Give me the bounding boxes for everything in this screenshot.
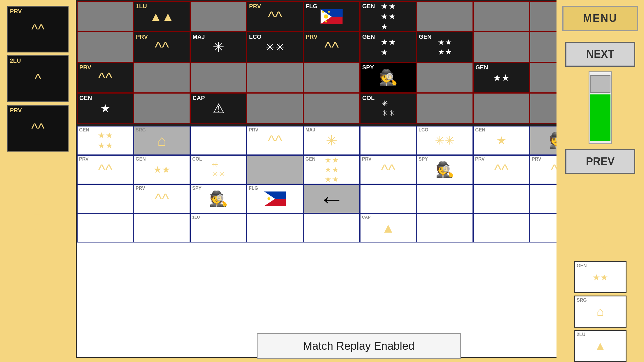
bcell-r4c4[interactable] bbox=[247, 213, 303, 242]
bcell-r3c6[interactable] bbox=[360, 184, 416, 213]
bcell-r1c1[interactable]: GEN ★★ ★★ bbox=[77, 126, 134, 155]
slider-thumb[interactable] bbox=[590, 75, 610, 93]
cell-r1c2[interactable]: 1LU ▲▲ bbox=[134, 1, 190, 32]
bcell-r3c5[interactable]: ← bbox=[303, 184, 360, 213]
cell-r4c1[interactable]: GEN ★ bbox=[77, 93, 134, 124]
cell-r4c7[interactable] bbox=[416, 93, 473, 124]
bcell-r4c2[interactable] bbox=[134, 213, 190, 242]
cell-r4c4[interactable] bbox=[247, 93, 303, 124]
bcell-r1c5[interactable]: MAJ ✳ bbox=[303, 126, 360, 155]
cell-r2c3[interactable]: MAJ ✳ bbox=[190, 32, 247, 62]
cell-r4c3[interactable]: CAP ⚠ bbox=[190, 93, 247, 124]
left-sidebar: PRV ^^ 2LU ^ PRV ^^ SOLDIERS bbox=[0, 0, 76, 362]
bcell-r1c2[interactable]: SRG ⌂ bbox=[134, 126, 190, 155]
svg-point-8 bbox=[328, 11, 330, 13]
right-rank-card-gen: GEN ★★ bbox=[574, 261, 626, 293]
bcell-r4c6[interactable]: CAP ▲ bbox=[360, 213, 416, 242]
notification-bar: Match Replay Enabled bbox=[257, 333, 461, 359]
cell-r1c1[interactable] bbox=[77, 1, 134, 32]
left-rank-card-1: PRV ^^ bbox=[7, 6, 69, 52]
bcell-r4c3[interactable]: 1LU bbox=[190, 213, 247, 242]
bcell-r2c7[interactable]: SPY 🕵 bbox=[416, 155, 473, 184]
bcell-r1c6[interactable] bbox=[360, 126, 416, 155]
bcell-r2c5[interactable]: GEN ★★ ★★ ★★ bbox=[303, 155, 360, 184]
bcell-r2c8[interactable]: PRV ^^ bbox=[473, 155, 530, 184]
cell-r1c7[interactable] bbox=[416, 1, 473, 32]
slider-track bbox=[590, 94, 610, 141]
cell-r3c8[interactable]: GEN ★★ bbox=[473, 62, 530, 93]
cell-r3c7[interactable] bbox=[416, 62, 473, 93]
cell-r3c1[interactable]: PRV ^^ bbox=[77, 62, 134, 93]
cell-r1c3[interactable] bbox=[190, 1, 247, 32]
right-rank-card-2lu: 2LU ▲ bbox=[574, 330, 626, 362]
bcell-r3c7[interactable] bbox=[416, 184, 473, 213]
flag-bottom bbox=[263, 191, 287, 206]
next-button[interactable]: NEXT bbox=[565, 42, 635, 67]
right-rank-cards: GEN ★★ SRG ⌂ 2LU ▲ bbox=[574, 261, 626, 362]
cell-r3c3[interactable] bbox=[190, 62, 247, 93]
rank-label-prv-1: PRV bbox=[10, 8, 22, 15]
cell-r1c5[interactable]: FLG bbox=[303, 1, 360, 32]
cell-r2c4[interactable]: LCO ✳✳ bbox=[247, 32, 303, 62]
bcell-r2c1[interactable]: PRV ^^ bbox=[77, 155, 134, 184]
cell-r4c2[interactable] bbox=[134, 93, 190, 124]
cell-r4c8[interactable] bbox=[473, 93, 530, 124]
bcell-r4c1[interactable] bbox=[77, 213, 134, 242]
right-sidebar: MENU NEXT PREV SOLDIERS GEN ★★ SRG ⌂ 2LU… bbox=[556, 0, 644, 362]
rank-label-prv-3: PRV bbox=[10, 107, 22, 114]
cell-r2c1[interactable] bbox=[77, 32, 134, 62]
cell-r4c6[interactable]: COL ✳ ✳✳ bbox=[360, 93, 416, 124]
cell-r2c7[interactable]: GEN ★★ ★★ bbox=[416, 32, 473, 62]
bcell-r3c2[interactable]: PRV ^^ bbox=[134, 184, 190, 213]
rank-symbol-1: ^^ bbox=[31, 21, 44, 37]
bcell-r2c2[interactable]: GEN ★★ bbox=[134, 155, 190, 184]
cell-r2c8[interactable] bbox=[473, 32, 530, 62]
bcell-r1c8[interactable]: GEN ★ bbox=[473, 126, 530, 155]
left-rank-card-2: 2LU ^ bbox=[7, 55, 69, 102]
philippine-flag bbox=[320, 9, 343, 24]
rank-symbol-2: ^ bbox=[35, 71, 41, 87]
bcell-r4c7[interactable] bbox=[416, 213, 473, 242]
rank-symbol-3: ^^ bbox=[31, 120, 44, 136]
bcell-r2c6[interactable]: PRV ^^ bbox=[360, 155, 416, 184]
svg-point-13 bbox=[267, 197, 270, 200]
bcell-r3c1[interactable] bbox=[77, 184, 134, 213]
left-rank-card-3: PRV ^^ bbox=[7, 105, 69, 152]
cell-r2c2[interactable]: PRV ^^ bbox=[134, 32, 190, 62]
bcell-r1c7[interactable]: LCO ✳✳ bbox=[416, 126, 473, 155]
cell-r1c6[interactable]: GEN ★★ ★★ ★ bbox=[360, 1, 416, 32]
right-rank-card-srg: SRG ⌂ bbox=[574, 296, 626, 328]
bcell-r4c8[interactable] bbox=[473, 213, 530, 242]
prev-button[interactable]: PREV bbox=[565, 149, 635, 174]
cell-r2c5[interactable]: PRV ^^ bbox=[303, 32, 360, 62]
menu-button[interactable]: MENU bbox=[562, 6, 638, 31]
soldiers-label-right: SOLDIERS bbox=[593, 182, 607, 254]
bcell-r1c4[interactable]: PRV ^^ bbox=[247, 126, 303, 155]
bcell-r2c3[interactable]: COL ✳ ✳✳ bbox=[190, 155, 247, 184]
bcell-r3c4[interactable]: FLG bbox=[247, 184, 303, 213]
cell-r1c4[interactable]: PRV ^^ bbox=[247, 1, 303, 32]
bcell-r4c5[interactable] bbox=[303, 213, 360, 242]
cell-r3c2[interactable] bbox=[134, 62, 190, 93]
cell-r3c5[interactable] bbox=[303, 62, 360, 93]
bcell-r3c8[interactable] bbox=[473, 184, 530, 213]
notification-text: Match Replay Enabled bbox=[303, 340, 414, 352]
bcell-r2c4[interactable] bbox=[247, 155, 303, 184]
progress-slider[interactable] bbox=[589, 71, 612, 144]
rank-label-2lu: 2LU bbox=[10, 57, 21, 64]
bcell-r1c3[interactable] bbox=[190, 126, 247, 155]
svg-point-7 bbox=[322, 11, 324, 13]
cell-r3c4[interactable] bbox=[247, 62, 303, 93]
cell-r4c5[interactable] bbox=[303, 93, 360, 124]
cell-r3c6[interactable]: SPY 🕵 bbox=[360, 62, 416, 93]
bcell-r3c3[interactable]: SPY 🕵 bbox=[190, 184, 247, 213]
cell-r1c8[interactable] bbox=[473, 1, 530, 32]
svg-point-9 bbox=[325, 20, 327, 22]
cell-r2c6[interactable]: GEN ★★ ★ bbox=[360, 32, 416, 62]
soldiers-label-left: SOLDIERS bbox=[31, 163, 45, 235]
